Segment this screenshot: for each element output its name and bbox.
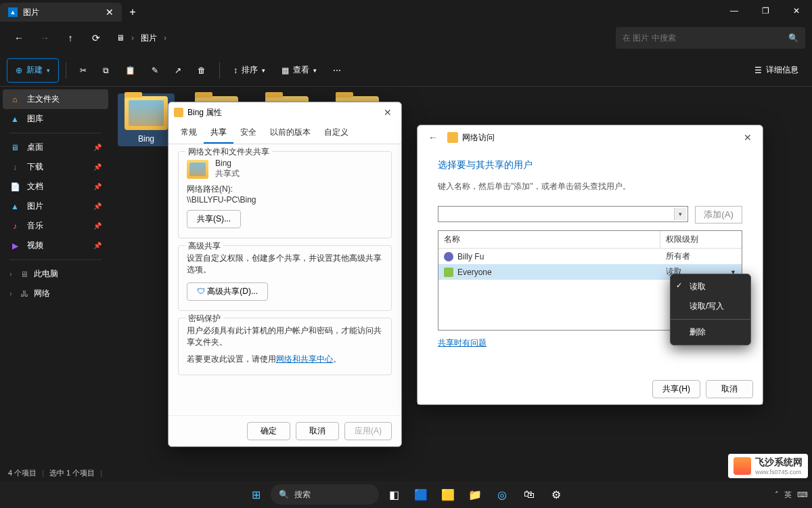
close-button[interactable]: ✕	[738, 129, 757, 146]
chevron-up-icon[interactable]: ˄	[775, 490, 779, 499]
sidebar-item-downloads[interactable]: ↓ 下载 📌	[3, 157, 108, 177]
taskbar-search[interactable]: 🔍 搜索	[271, 484, 379, 505]
search-input[interactable]	[623, 33, 788, 43]
chevron-down-icon: ▾	[262, 67, 265, 74]
tab-custom[interactable]: 自定义	[317, 123, 355, 144]
dialog-titlebar[interactable]: Bing 属性 ✕	[168, 102, 401, 123]
sidebar-item-documents[interactable]: 📄 文档 📌	[3, 177, 108, 196]
sidebar-item-desktop[interactable]: 🖥 桌面 📌	[3, 137, 108, 157]
breadcrumb[interactable]: 🖥 › 图片 ›	[110, 33, 614, 44]
col-name[interactable]: 名称	[438, 231, 660, 248]
rename-button[interactable]: ✎	[145, 58, 165, 83]
sidebar-item-network[interactable]: › 🖧 网络	[3, 284, 108, 303]
sidebar-label: 视频	[27, 240, 43, 251]
taskbar-app[interactable]: 🟨	[436, 482, 460, 507]
back-button[interactable]: ←	[423, 129, 443, 146]
tab-general[interactable]: 常规	[174, 123, 204, 144]
add-button[interactable]: 添加(A)	[695, 206, 742, 224]
new-button[interactable]: ⊕ 新建 ▾	[7, 58, 59, 83]
chevron-down-icon[interactable]: ▾	[674, 208, 686, 220]
sidebar-item-music[interactable]: ♪ 音乐 📌	[3, 216, 108, 236]
cancel-button[interactable]: 取消	[296, 422, 339, 440]
close-button[interactable]: ✕	[380, 107, 396, 118]
sort-button[interactable]: ↕ 排序 ▾	[227, 58, 272, 83]
taskbar-store[interactable]: 🛍	[517, 482, 541, 507]
advanced-share-button[interactable]: 🛡 高级共享(D)...	[187, 282, 268, 301]
group-title: 密码保护	[185, 313, 223, 324]
video-icon: ▶	[9, 240, 20, 251]
sidebar-label: 文档	[27, 181, 43, 192]
up-button[interactable]: ↑	[58, 26, 83, 50]
details-icon: ☰	[754, 66, 762, 75]
pin-icon: 📌	[93, 163, 102, 171]
col-perm[interactable]: 权限级别	[660, 231, 742, 248]
task-view-button[interactable]: ◧	[382, 482, 406, 507]
separator	[9, 259, 102, 260]
share-button[interactable]: 共享(S)...	[187, 210, 241, 228]
tab-close-icon[interactable]: ✕	[106, 7, 114, 18]
share-button[interactable]: ↗	[168, 58, 188, 83]
back-button[interactable]: ←	[7, 26, 31, 50]
more-button[interactable]: ⋯	[326, 58, 348, 83]
tab-previous[interactable]: 以前的版本	[263, 123, 317, 144]
user-combo[interactable]: ▾	[438, 206, 688, 222]
chevron-right-icon: ›	[164, 33, 166, 43]
sidebar-item-videos[interactable]: ▶ 视频 📌	[3, 236, 108, 255]
command-bar: ⊕ 新建 ▾ ✂ ⧉ 📋 ✎ ↗ 🗑 ↕ 排序 ▾ ▦ 查看 ▾ ⋯ ☰ 详细信…	[0, 54, 812, 87]
watermark-url: www.fs0745.com	[755, 469, 803, 475]
network-center-link[interactable]: 网络和共享中心	[276, 354, 333, 364]
row-name: Billy Fu	[457, 252, 484, 261]
refresh-button[interactable]: ⟳	[84, 26, 108, 50]
tab-sharing[interactable]: 共享	[204, 123, 233, 144]
details-button[interactable]: ☰ 详细信息	[748, 58, 805, 83]
search-icon: 🔍	[788, 33, 798, 43]
chevron-right-icon: ›	[7, 270, 15, 278]
group-network-sharing: 网络文件和文件夹共享 Bing 共享式 网络路径(N): \\BILLYFU-P…	[178, 151, 392, 238]
ime-lang[interactable]: 英	[784, 490, 792, 500]
new-tab-button[interactable]: +	[122, 3, 143, 22]
copy-button[interactable]: ⧉	[96, 58, 116, 83]
window-close-button[interactable]: ✕	[781, 0, 812, 22]
minimize-button[interactable]: —	[719, 0, 750, 22]
cancel-button[interactable]: 取消	[706, 380, 753, 398]
check-icon: ✓	[676, 281, 682, 290]
sidebar-item-gallery[interactable]: ▲ 图库	[3, 109, 108, 129]
folder-bing[interactable]: Bing	[118, 93, 175, 146]
start-button[interactable]: ⊞	[244, 482, 268, 507]
cut-button[interactable]: ✂	[73, 58, 93, 83]
forward-button[interactable]: →	[32, 26, 57, 50]
window-tab[interactable]: ▲ 图片 ✕	[0, 3, 122, 22]
taskbar-app[interactable]: 🟦	[409, 482, 433, 507]
ime-icon[interactable]: ⌨	[797, 490, 808, 499]
search-box[interactable]: 🔍	[616, 27, 805, 49]
folder-name: Bing	[215, 158, 240, 168]
net-titlebar[interactable]: ← 网络访问 ✕	[418, 125, 763, 150]
ok-button[interactable]: 确定	[247, 422, 290, 440]
maximize-button[interactable]: ❐	[750, 0, 781, 22]
music-icon: ♪	[9, 221, 20, 232]
delete-button[interactable]: 🗑	[191, 58, 212, 83]
menu-remove[interactable]: 删除	[671, 322, 750, 342]
trouble-link[interactable]: 共享时有问题	[438, 338, 487, 347]
separator: |	[42, 469, 44, 477]
list-row-billyfu[interactable]: Billy Fu 所有者	[438, 249, 742, 264]
sidebar-item-thispc[interactable]: › 🖥 此电脑	[3, 264, 108, 284]
menu-readwrite[interactable]: 读取/写入	[671, 297, 750, 316]
sidebar-item-home[interactable]: ⌂ 主文件夹	[3, 89, 108, 109]
sidebar-item-pictures[interactable]: ▲ 图片 📌	[3, 196, 108, 216]
properties-dialog: Bing 属性 ✕ 常规 共享 安全 以前的版本 自定义 网络文件和文件夹共享 …	[168, 102, 402, 447]
dialog-footer: 确定 取消 应用(A)	[168, 415, 401, 446]
apply-button[interactable]: 应用(A)	[344, 422, 392, 440]
menu-read[interactable]: ✓ 读取	[671, 277, 750, 297]
taskbar-explorer[interactable]: 📁	[463, 482, 487, 507]
tab-security[interactable]: 安全	[233, 123, 263, 144]
group-title: 高级共享	[185, 240, 223, 252]
path-label: 网络路径(N):	[187, 184, 383, 195]
crumb-pictures[interactable]: 图片	[141, 33, 157, 44]
share-confirm-button[interactable]: 共享(H)	[652, 380, 700, 398]
taskbar-edge[interactable]: ◎	[490, 482, 514, 507]
paste-button[interactable]: 📋	[118, 58, 142, 83]
taskbar-settings[interactable]: ⚙	[544, 482, 568, 507]
sort-label: 排序	[242, 64, 258, 76]
view-button[interactable]: ▦ 查看 ▾	[275, 58, 323, 83]
